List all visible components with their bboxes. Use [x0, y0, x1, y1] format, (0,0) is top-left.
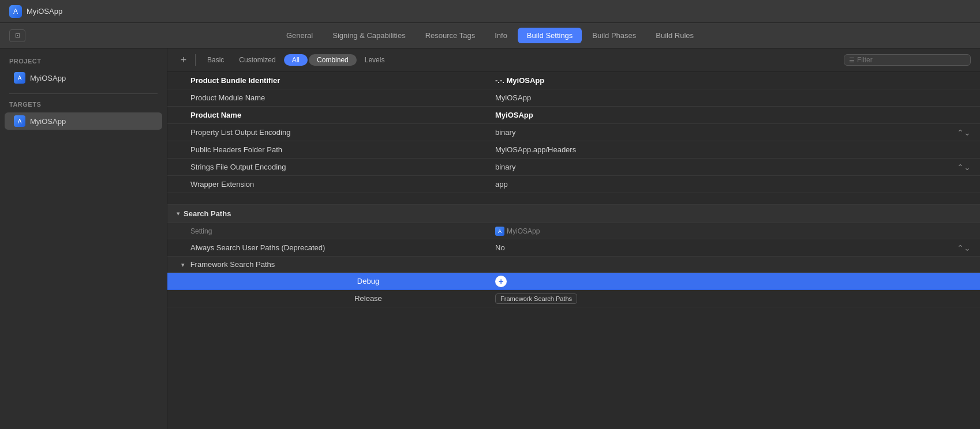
- table-row[interactable]: Public Headers Folder Path MyiOSApp.app/…: [167, 141, 980, 159]
- sidebar-toggle-button[interactable]: ⊡: [9, 29, 25, 42]
- project-section-label: PROJECT: [0, 58, 167, 69]
- setting-value: MyiOSApp: [491, 107, 980, 123]
- setting-name: Always Search User Paths (Deprecated): [190, 240, 491, 255]
- filter-area: ☰: [844, 54, 971, 66]
- stepper-icon[interactable]: ⌃⌄: [957, 243, 980, 253]
- content-area: + Basic Customized All Combined Levels ☰…: [167, 48, 980, 429]
- setting-name: Property List Output Encoding: [190, 125, 491, 140]
- tab-items: General Signing & Capabilities Resource …: [277, 28, 703, 43]
- setting-value: binary: [491, 125, 957, 140]
- project-item-label: MyiOSApp: [30, 74, 66, 82]
- table-row[interactable]: Product Bundle Identifier -.-. MyiOSApp: [167, 72, 980, 89]
- target-item-label: MyiOSApp: [30, 117, 66, 126]
- sidebar-item-target[interactable]: A MyiOSApp: [5, 112, 162, 130]
- add-debug-path-button[interactable]: +: [495, 276, 507, 287]
- setting-name: Product Module Name: [190, 90, 491, 106]
- target-icon: A: [14, 115, 25, 127]
- col-header-setting: Setting: [190, 225, 491, 238]
- release-label: Release: [200, 294, 491, 303]
- setting-value: app: [491, 176, 980, 192]
- setting-value: -.-. MyiOSApp: [491, 73, 980, 88]
- title-bar: A MyiOSApp: [0, 0, 980, 23]
- setting-value: MyiOSApp.app/Headers: [491, 142, 980, 157]
- app-title: MyiOSApp: [27, 7, 62, 16]
- col-header-icon: A: [495, 227, 504, 236]
- release-value: Framework Search Paths: [491, 293, 980, 304]
- table-row[interactable]: Product Module Name MyiOSApp: [167, 89, 980, 107]
- spacer: [167, 193, 980, 205]
- toolbar-divider: [195, 54, 196, 66]
- table-row[interactable]: Property List Output Encoding binary ⌃⌄: [167, 124, 980, 141]
- section-header-text: Search Paths: [184, 209, 231, 218]
- sidebar-divider: [9, 93, 158, 94]
- sidebar-item-project[interactable]: A MyiOSApp: [5, 69, 162, 86]
- setting-name: Public Headers Folder Path: [190, 142, 491, 157]
- stepper-icon[interactable]: ⌃⌄: [957, 128, 980, 137]
- release-row[interactable]: Release Framework Search Paths: [167, 290, 980, 307]
- settings-toolbar: + Basic Customized All Combined Levels ☰: [167, 48, 980, 72]
- table-row[interactable]: Product Name MyiOSApp: [167, 107, 980, 124]
- debug-value: +: [491, 276, 980, 287]
- table-row[interactable]: Strings File Output Encoding binary ⌃⌄: [167, 159, 980, 176]
- main-layout: PROJECT A MyiOSApp TARGETS A MyiOSApp + …: [0, 48, 980, 429]
- framework-search-paths-row[interactable]: ▾ Framework Search Paths: [167, 257, 980, 273]
- table-row[interactable]: Always Search User Paths (Deprecated) No…: [167, 239, 980, 257]
- column-header-row: Setting A MyiOSApp: [167, 223, 980, 239]
- subsection-label: Framework Search Paths: [190, 260, 275, 269]
- subsection-name: ▾ Framework Search Paths: [181, 260, 477, 269]
- setting-name: Product Bundle Identifier: [190, 73, 491, 88]
- filter-icon: ☰: [849, 57, 855, 64]
- targets-section-label: TARGETS: [0, 101, 167, 112]
- all-filter-button[interactable]: All: [284, 54, 308, 66]
- customized-filter-button[interactable]: Customized: [232, 54, 282, 66]
- release-badge: Framework Search Paths: [495, 293, 577, 304]
- tab-build-rules[interactable]: Build Rules: [646, 28, 703, 43]
- chevron-down-icon: ▾: [181, 261, 185, 268]
- debug-row[interactable]: Debug +: [167, 273, 980, 290]
- filter-input-wrap: ☰: [844, 54, 971, 66]
- stepper-icon[interactable]: ⌃⌄: [957, 163, 980, 172]
- setting-value: No: [491, 240, 957, 255]
- setting-value: MyiOSApp: [491, 90, 980, 106]
- tab-info[interactable]: Info: [485, 28, 517, 43]
- basic-filter-button[interactable]: Basic: [200, 54, 231, 66]
- filter-seg-group: Basic Customized All Combined Levels: [200, 54, 391, 66]
- table-row[interactable]: Wrapper Extension app: [167, 176, 980, 193]
- chevron-down-icon: ▾: [177, 210, 180, 217]
- project-icon: A: [14, 72, 25, 84]
- combined-filter-button[interactable]: Combined: [309, 54, 357, 66]
- filter-input[interactable]: [857, 56, 966, 64]
- add-setting-button[interactable]: +: [177, 53, 190, 67]
- col-header-value: A MyiOSApp: [491, 224, 980, 238]
- settings-table: Product Bundle Identifier -.-. MyiOSApp …: [167, 72, 980, 429]
- tab-bar: ⊡ General Signing & Capabilities Resourc…: [0, 23, 980, 48]
- tab-general[interactable]: General: [277, 28, 322, 43]
- app-icon: A: [9, 5, 22, 18]
- levels-filter-button[interactable]: Levels: [358, 54, 392, 66]
- setting-name: Wrapper Extension: [190, 176, 491, 192]
- setting-value: binary: [491, 159, 957, 175]
- col-header-value-text: MyiOSApp: [507, 227, 540, 235]
- sidebar-toggle-area: ⊡: [9, 29, 25, 42]
- setting-name: Strings File Output Encoding: [190, 159, 491, 175]
- tab-build-phases[interactable]: Build Phases: [583, 28, 645, 43]
- search-paths-section[interactable]: ▾ Search Paths: [167, 205, 980, 223]
- tab-build-settings[interactable]: Build Settings: [518, 28, 582, 43]
- tab-signing[interactable]: Signing & Capabilities: [323, 28, 414, 43]
- setting-name: Product Name: [190, 107, 491, 123]
- tab-resource-tags[interactable]: Resource Tags: [416, 28, 484, 43]
- sidebar: PROJECT A MyiOSApp TARGETS A MyiOSApp: [0, 48, 167, 429]
- debug-label: Debug: [200, 277, 491, 285]
